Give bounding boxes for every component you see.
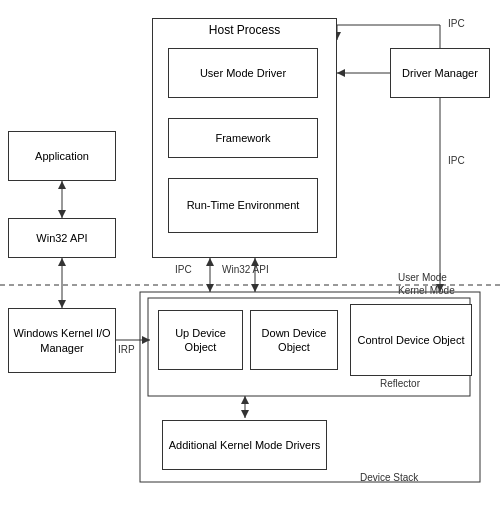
driver-manager-label: Driver Manager [402, 66, 478, 80]
ipc-bottom-label: IPC [448, 155, 465, 166]
user-mode-driver-box: User Mode Driver [168, 48, 318, 98]
win32api-user-box: Win32 API [8, 218, 116, 258]
additional-drivers-box: Additional Kernel Mode Drivers [162, 420, 327, 470]
user-mode-driver-label: User Mode Driver [200, 66, 286, 80]
svg-marker-26 [241, 410, 249, 418]
win-kernel-box: Windows Kernel I/O Manager [8, 308, 116, 373]
win32api-bottom-label: Win32 API [222, 264, 269, 275]
up-device-box: Up Device Object [158, 310, 243, 370]
svg-marker-5 [58, 181, 66, 189]
host-process-label: Host Process [209, 23, 280, 39]
architecture-diagram: Application Win32 API Host Process User … [0, 0, 500, 514]
svg-marker-13 [206, 258, 214, 266]
kernel-mode-label: Kernel Mode [398, 285, 455, 296]
win32api-user-label: Win32 API [36, 231, 87, 245]
ipc-left-label: IPC [175, 264, 192, 275]
svg-marker-18 [337, 69, 345, 77]
svg-marker-10 [142, 336, 150, 344]
down-device-label: Down Device Object [251, 326, 337, 355]
svg-marker-7 [58, 300, 66, 308]
svg-marker-4 [58, 210, 66, 218]
device-stack-label: Device Stack [360, 472, 418, 483]
down-device-box: Down Device Object [250, 310, 338, 370]
svg-marker-27 [241, 396, 249, 404]
irp-label: IRP [118, 344, 135, 355]
control-device-label: Control Device Object [358, 333, 465, 347]
up-device-label: Up Device Object [159, 326, 242, 355]
runtime-env-box: Run-Time Environment [168, 178, 318, 233]
application-box: Application [8, 131, 116, 181]
svg-marker-8 [58, 258, 66, 266]
framework-label: Framework [215, 131, 270, 145]
runtime-env-label: Run-Time Environment [187, 198, 300, 212]
svg-marker-15 [251, 284, 259, 292]
user-mode-label: User Mode [398, 272, 447, 283]
control-device-box: Control Device Object [350, 304, 472, 376]
driver-manager-box: Driver Manager [390, 48, 490, 98]
svg-marker-12 [206, 284, 214, 292]
ipc-top-label: IPC [448, 18, 465, 29]
additional-drivers-label: Additional Kernel Mode Drivers [169, 438, 321, 452]
win-kernel-label: Windows Kernel I/O Manager [9, 326, 115, 355]
application-label: Application [35, 149, 89, 163]
reflector-label: Reflector [380, 378, 420, 389]
framework-box: Framework [168, 118, 318, 158]
